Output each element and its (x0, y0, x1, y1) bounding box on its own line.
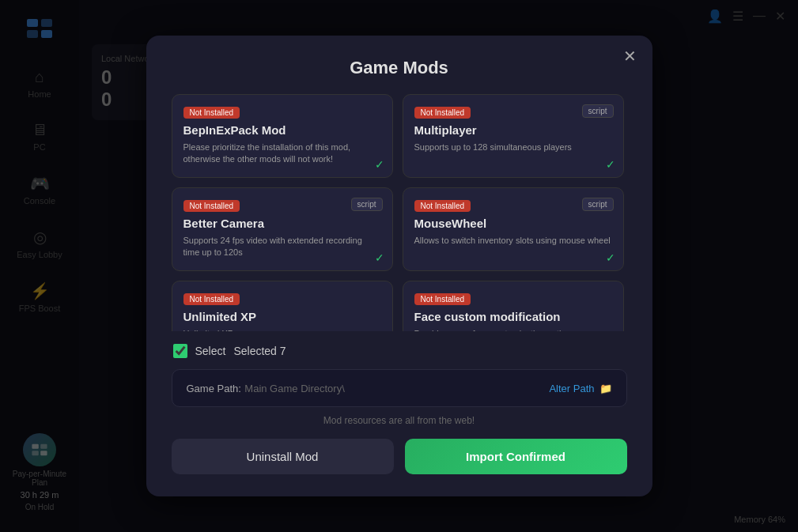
modal: ✕ Game Mods Not Installed BepInExPack Mo… (146, 36, 652, 496)
mod-check-bepinexpack: ✓ (375, 158, 384, 171)
resources-note: Mod resources are all from the web! (172, 415, 627, 426)
mod-name-better-camera: Better Camera (183, 217, 381, 230)
mod-desc-better-camera: Supports 24 fps video with extended reco… (183, 235, 381, 259)
select-label: Select (195, 345, 226, 357)
game-path-value: Main Game Directory\ (244, 383, 344, 394)
mod-badge-better-camera: Not Installed (183, 200, 240, 212)
modal-close-button[interactable]: ✕ (623, 48, 637, 64)
mod-badge-unlimited-xp: Not Installed (183, 293, 240, 305)
mod-name-mousewheel: MouseWheel (414, 217, 612, 230)
mod-tag-mousewheel: script (582, 198, 614, 211)
alter-path-label: Alter Path (549, 383, 594, 394)
mod-badge-multiplayer: Not Installed (414, 107, 471, 119)
mod-card-mousewheel[interactable]: script Not Installed MouseWheel Allows t… (403, 187, 624, 271)
mod-name-multiplayer: Multiplayer (414, 123, 612, 137)
mod-desc-face-custom: Provides more face customisation options (414, 328, 612, 331)
mod-name-unlimited-xp: Unlimited XP (183, 310, 381, 323)
mod-card-multiplayer[interactable]: script Not Installed Multiplayer Support… (403, 94, 624, 178)
mod-name-bepinexpack: BepInExPack Mod (183, 123, 381, 137)
modal-title: Game Mods (172, 58, 627, 78)
select-count: Selected 7 (233, 345, 286, 357)
action-buttons: Uninstall Mod Import Confirmed (172, 439, 627, 474)
mod-card-face-custom[interactable]: Not Installed Face custom modification P… (403, 281, 624, 331)
alter-path-button[interactable]: Alter Path 📁 (549, 383, 611, 394)
select-row: Select Selected 7 (172, 344, 627, 358)
mod-desc-mousewheel: Allows to switch inventory slots using m… (414, 235, 612, 247)
game-path-label-group: Game Path: Main Game Directory\ (187, 381, 345, 395)
select-all-checkbox[interactable] (173, 344, 187, 358)
mod-desc-multiplayer: Supports up to 128 simultaneous players (414, 141, 612, 153)
mod-check-better-camera: ✓ (375, 251, 384, 264)
mod-desc-bepinexpack: Please prioritize the installation of th… (183, 141, 381, 166)
mod-card-bepinexpack[interactable]: Not Installed BepInExPack Mod Please pri… (172, 94, 393, 178)
mod-check-mousewheel: ✓ (606, 251, 615, 264)
modal-overlay: ✕ Game Mods Not Installed BepInExPack Mo… (0, 0, 798, 532)
mod-desc-unlimited-xp: Unlimited XP (183, 328, 381, 331)
mod-tag-better-camera: script (351, 198, 383, 211)
mod-badge-face-custom: Not Installed (414, 293, 471, 305)
uninstall-mod-button[interactable]: Uninstall Mod (172, 439, 394, 474)
mod-badge-mousewheel: Not Installed (414, 200, 471, 212)
import-confirmed-button[interactable]: Import Confirmed (405, 439, 627, 474)
game-path-label: Game Path: (187, 383, 241, 394)
mod-tag-multiplayer: script (582, 104, 614, 118)
mod-card-better-camera[interactable]: script Not Installed Better Camera Suppo… (172, 187, 393, 271)
game-path-row: Game Path: Main Game Directory\ Alter Pa… (172, 369, 627, 407)
mod-card-unlimited-xp[interactable]: Not Installed Unlimited XP Unlimited XP … (172, 281, 393, 331)
folder-icon: 📁 (599, 383, 612, 394)
mod-name-face-custom: Face custom modification (414, 310, 612, 323)
mod-badge-bepinexpack: Not Installed (183, 107, 240, 119)
mods-grid: Not Installed BepInExPack Mod Please pri… (172, 94, 627, 331)
mod-check-multiplayer: ✓ (606, 158, 615, 171)
